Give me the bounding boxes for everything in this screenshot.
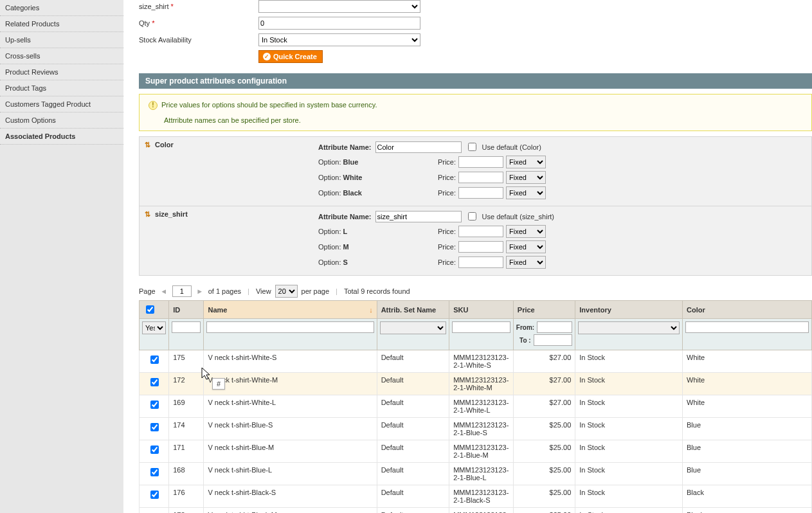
table-row[interactable]: 173V neck t-shirt-Black-MDefaultMMM12312… [140,508,812,514]
cell-set: Default [377,440,449,463]
row-checkbox[interactable] [150,468,159,476]
sidebar: Categories Related Products Up-sells Cro… [0,0,123,513]
row-checkbox[interactable] [150,423,159,431]
option-label: Option: M [318,243,434,251]
table-row[interactable]: 168V neck t-shirt-Blue-LDefaultMMM123123… [140,463,812,485]
drag-handle-icon[interactable]: ⇅ [145,141,150,148]
sidebar-item-associated-products[interactable]: Associated Products [0,129,123,145]
sidebar-item-categories[interactable]: Categories [0,0,123,16]
section-header: Super product attributes configuration [139,73,812,89]
filter-price-to-input[interactable] [534,334,573,346]
quick-create-button[interactable]: ✓ Quick Create [258,50,323,63]
col-color[interactable]: Color [683,301,812,319]
table-row[interactable]: 176V neck t-shirt-Black-SDefaultMMM12312… [140,485,812,508]
stock-select[interactable]: In Stock [258,33,420,46]
sidebar-item-upsells[interactable]: Up-sells [0,32,123,48]
drag-handle-icon[interactable]: ⇅ [145,210,150,218]
price-label: Price: [434,228,456,235]
col-name[interactable]: Name↓ [204,301,377,319]
stock-label: Stock Availability [139,36,258,44]
select-all-checkbox[interactable] [146,305,154,314]
filter-price-from-input[interactable] [537,321,572,333]
size-shirt-select[interactable] [258,0,420,13]
qty-label: Qty * [139,19,258,27]
cell-price: $27.00 [513,373,575,395]
cell-sku: MMM123123123-2-1-Blue-S [449,418,514,440]
price-from-label: From: [516,324,534,331]
option-price-type-select[interactable]: Fixed [506,240,546,253]
option-price-type-select[interactable]: Fixed [506,256,546,269]
filter-inventory-select[interactable] [578,321,680,334]
row-checkbox[interactable] [150,378,159,386]
sidebar-item-related[interactable]: Related Products [0,16,123,32]
page-prev-icon[interactable]: ◄ [159,287,168,295]
main-content: size_shirt * Qty * Stock Availability In… [123,0,812,513]
pager: Page ◄ ► of 1 pages | View 20 per page |… [139,285,812,298]
option-price-input[interactable] [458,256,503,268]
cell-id: 174 [169,418,204,440]
cell-id: 168 [169,463,204,485]
cell-name: V neck t-shirt-Black-M [204,508,377,514]
cell-name: V neck t-shirt-White-S [204,350,377,373]
sidebar-item-reviews[interactable]: Product Reviews [0,64,123,80]
col-sku[interactable]: SKU [449,301,514,319]
filter-color-input[interactable] [685,321,809,333]
table-row[interactable]: 171V neck t-shirt-Blue-MDefaultMMM123123… [140,440,812,463]
sidebar-item-crosssells[interactable]: Cross-sells [0,48,123,64]
attr-size-name-input[interactable] [375,211,462,222]
attr-size-default-checkbox[interactable] [468,212,476,221]
row-checkbox[interactable] [150,401,159,409]
table-row[interactable]: 174V neck t-shirt-Blue-SDefaultMMM123123… [140,418,812,440]
filter-set-select[interactable] [380,321,447,334]
table-row[interactable]: 172V neck t-shirt-White-MDefaultMMM12312… [140,373,812,395]
page-next-icon[interactable]: ► [195,287,204,295]
table-row[interactable]: 175V neck t-shirt-White-SDefaultMMM12312… [140,350,812,373]
filter-id-input[interactable] [172,321,201,333]
row-checkbox[interactable] [150,491,159,499]
attribute-panel: ⇅ Color Attribute Name: Use default (Col… [139,136,812,276]
qty-input[interactable] [258,17,420,30]
cell-inventory: In Stock [575,373,683,395]
col-price[interactable]: Price [513,301,575,319]
sidebar-item-tags[interactable]: Product Tags [0,80,123,96]
notice-box: !Price values for options should be spec… [139,94,812,131]
page-input[interactable] [172,285,192,297]
cell-price: $25.00 [513,418,575,440]
option-price-type-select[interactable]: Fixed [506,225,546,238]
option-price-input[interactable] [458,187,503,199]
option-price-input[interactable] [458,241,503,253]
option-label: Option: L [318,228,434,235]
size-shirt-label: size_shirt * [139,3,258,10]
attr-color-name-input[interactable] [375,141,462,153]
table-row[interactable]: 169V neck t-shirt-White-LDefaultMMM12312… [140,395,812,418]
row-checkbox[interactable] [150,446,159,454]
page-label: Page [139,287,156,295]
cell-set: Default [377,508,449,514]
sidebar-item-custom-options[interactable]: Custom Options [0,113,123,129]
cell-name: V neck t-shirt-White-L [204,395,377,418]
col-set[interactable]: Attrib. Set Name [377,301,449,319]
cell-inventory: In Stock [575,350,683,373]
info-icon: ! [149,101,158,110]
cell-name: V neck t-shirt-Blue-M [204,440,377,463]
filter-sku-input[interactable] [452,321,510,333]
option-price-type-select[interactable]: Fixed [506,171,546,184]
row-checkbox[interactable] [150,356,159,364]
sort-desc-icon: ↓ [369,306,373,314]
price-label: Price: [434,189,456,197]
filter-name-input[interactable] [206,321,374,333]
option-price-input[interactable] [458,226,503,237]
col-id[interactable]: ID [169,301,204,319]
per-page-select[interactable]: 20 [275,285,298,298]
option-price-type-select[interactable]: Fixed [506,186,546,199]
price-label: Price: [434,158,456,166]
attr-color-default-checkbox[interactable] [468,143,476,151]
option-price-input[interactable] [458,156,503,168]
filter-checked-select[interactable]: Yes [142,321,166,334]
cell-inventory: In Stock [575,508,683,514]
option-price-type-select[interactable]: Fixed [506,156,546,168]
option-price-input[interactable] [458,172,503,183]
cell-color: Black [683,508,812,514]
sidebar-item-customers-tagged[interactable]: Customers Tagged Product [0,96,123,113]
col-inventory[interactable]: Inventory [575,301,683,319]
